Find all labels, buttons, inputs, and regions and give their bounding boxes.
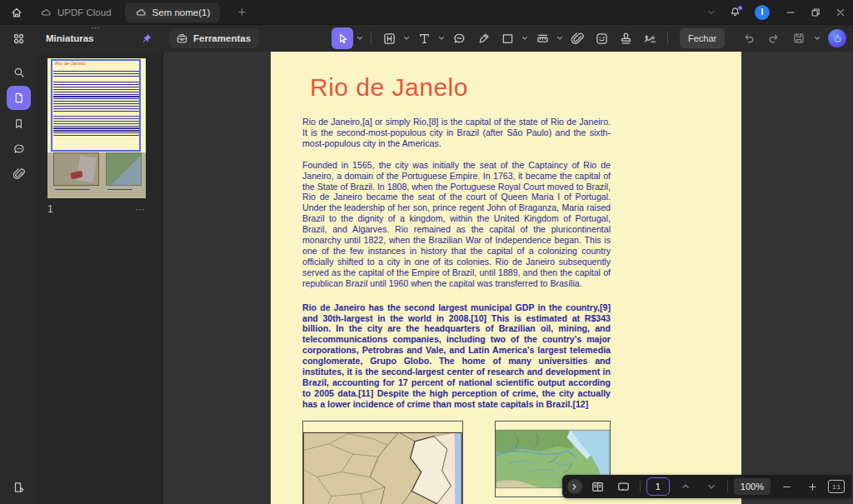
marker-pen-icon xyxy=(476,32,491,46)
plus-icon xyxy=(807,482,818,492)
text-tool-button[interactable] xyxy=(413,27,435,49)
pin-icon xyxy=(141,32,152,45)
shape-tool-button[interactable] xyxy=(496,27,518,49)
zoom-in-button[interactable] xyxy=(802,477,822,496)
measure-tool-button[interactable] xyxy=(531,27,553,49)
new-tab-button[interactable] xyxy=(230,2,253,22)
panel-title: Miniaturas xyxy=(46,33,94,43)
pen-tool-button[interactable] xyxy=(472,27,494,49)
chevron-down-icon xyxy=(521,35,528,42)
reader-mode-button[interactable] xyxy=(7,475,31,499)
collapse-bar-button[interactable] xyxy=(567,479,582,494)
chevron-right-icon xyxy=(571,483,578,491)
paperclip-icon xyxy=(571,32,585,46)
thumbnail-more-button[interactable]: ⋯ xyxy=(136,204,147,215)
thumbnail-footer: 1 ⋯ xyxy=(47,203,146,215)
map-rio-state-image xyxy=(302,421,463,504)
two-page-view-icon xyxy=(591,480,605,494)
fechar-label: Fechar xyxy=(688,33,716,43)
save-dropdown[interactable] xyxy=(813,27,821,49)
highlight-tool-dropdown[interactable] xyxy=(402,27,411,49)
chevron-down-icon xyxy=(707,482,716,491)
ai-assistant-button[interactable] xyxy=(828,29,846,47)
minimize-button[interactable] xyxy=(778,0,803,25)
chevron-down-icon xyxy=(403,35,410,42)
undo-button[interactable] xyxy=(738,27,760,49)
next-page-button[interactable] xyxy=(701,477,721,496)
chevron-down-icon xyxy=(556,35,563,42)
presentation-mode-button[interactable] xyxy=(614,477,634,496)
pin-panel-button[interactable] xyxy=(141,32,152,45)
stamp-icon xyxy=(619,32,633,46)
title-bar: UPDF Cloud Sem nome(1) xyxy=(0,0,853,25)
page-number-input[interactable]: 1 xyxy=(646,477,670,496)
close-button[interactable] xyxy=(828,0,853,25)
doc-paragraph-1: Rio de Janeiro,[a] or simply Rio,[8] is … xyxy=(302,117,611,149)
zoom-out-button[interactable] xyxy=(776,477,796,496)
close-icon xyxy=(835,7,846,18)
app-grid-button[interactable] xyxy=(0,25,37,52)
doc-paragraph-2: Founded in 1565, the city was initially … xyxy=(302,160,611,289)
home-button[interactable] xyxy=(5,2,28,22)
thumbnail-out-of-view-shade xyxy=(47,152,146,198)
actual-size-button[interactable]: 1:1 xyxy=(828,480,845,493)
save-button[interactable] xyxy=(788,27,810,49)
chevron-down-icon xyxy=(438,35,445,42)
tab-label: UPDF Cloud xyxy=(57,7,112,17)
measure-tool-dropdown[interactable] xyxy=(556,27,564,49)
text-t-icon xyxy=(417,32,431,46)
doc-title: Rio de Janelo xyxy=(310,73,611,102)
notifications-button[interactable] xyxy=(723,2,746,22)
grid-icon xyxy=(12,32,26,46)
page-layout-button[interactable] xyxy=(588,477,608,496)
home-icon xyxy=(10,6,23,19)
h-square-icon xyxy=(382,32,397,46)
sticker-face-icon xyxy=(595,32,609,46)
sidebar-item-comments[interactable] xyxy=(7,137,31,161)
tab-label: Sem nome(1) xyxy=(152,7,211,17)
document-canvas[interactable]: Rio de Janelo Rio de Janeiro,[a] or simp… xyxy=(163,52,853,504)
zoom-level-input[interactable]: 100% xyxy=(734,478,771,495)
updf-app-window: UPDF Cloud Sem nome(1) xyxy=(0,0,853,504)
sidebar-item-thumbnails[interactable] xyxy=(7,86,31,110)
sticker-tool-button[interactable] xyxy=(591,27,612,49)
select-tool-dropdown[interactable] xyxy=(356,27,364,49)
text-tool-dropdown[interactable] xyxy=(437,27,446,49)
paperclip-icon xyxy=(12,167,26,181)
ferramentas-button[interactable]: Ferramentas xyxy=(169,28,259,48)
search-icon xyxy=(12,66,26,79)
fechar-button[interactable]: Fechar xyxy=(680,28,725,48)
shape-tool-dropdown[interactable] xyxy=(521,27,529,49)
sidebar-item-search[interactable] xyxy=(7,60,31,84)
ai-robot-icon xyxy=(832,33,843,44)
panel-overflow-dots[interactable]: ⋯ xyxy=(91,22,102,33)
bookmark-icon xyxy=(12,117,25,130)
cloud-icon xyxy=(135,7,147,18)
comment-tool-button[interactable] xyxy=(448,27,470,49)
thumbnail-viewport-rect[interactable] xyxy=(51,59,141,152)
sidebar-item-attachments[interactable] xyxy=(7,162,31,186)
stamp-tool-button[interactable] xyxy=(615,27,636,49)
minimize-icon xyxy=(785,7,796,18)
tab-sem-nome[interactable]: Sem nome(1) xyxy=(125,2,221,22)
user-avatar[interactable]: I xyxy=(755,5,770,20)
collapse-toolbar-button[interactable] xyxy=(700,2,723,22)
previous-page-button[interactable] xyxy=(676,477,696,496)
cloud-icon xyxy=(40,7,52,18)
left-sidebar xyxy=(0,52,37,504)
select-tool-button[interactable] xyxy=(332,27,353,49)
sidebar-item-bookmarks[interactable] xyxy=(7,112,31,136)
chevron-down-icon xyxy=(706,7,716,17)
pdf-page[interactable]: Rio de Janelo Rio de Janeiro,[a] or simp… xyxy=(271,52,741,504)
page-thumbnail[interactable]: Rio de Janelo xyxy=(47,58,146,198)
restore-button[interactable] xyxy=(803,0,828,25)
chevron-down-icon xyxy=(814,35,821,42)
attachment-tool-button[interactable] xyxy=(566,27,588,49)
thumbnails-panel: Rio de Janelo 1 ⋯ xyxy=(37,52,163,504)
highlight-h-tool-button[interactable] xyxy=(378,27,400,49)
signature-tool-button[interactable] xyxy=(639,27,661,49)
redo-button[interactable] xyxy=(763,27,785,49)
tab-updf-cloud[interactable]: UPDF Cloud xyxy=(30,2,122,22)
save-icon xyxy=(792,32,806,45)
restore-icon xyxy=(810,7,821,18)
